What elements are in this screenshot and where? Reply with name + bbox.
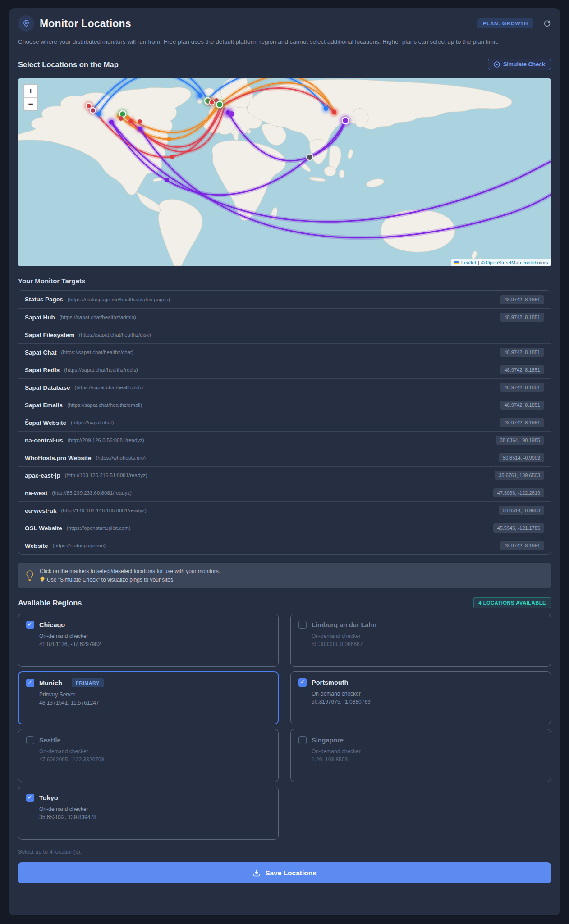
region-card-chicago[interactable]: Chicago On-demand checker 41.8781136, -8… [18,614,279,667]
checkbox-seattle[interactable] [26,736,34,744]
target-url: (http://209.126.0.56:8081/readyz) [68,437,496,443]
target-name: eu-west-uk [25,507,57,514]
target-coordinates-badge: 38.6364, -90.1985 [496,436,544,445]
region-type: On-demand checker [312,633,543,639]
zoom-in-button[interactable]: + [24,85,37,97]
checkbox-chicago[interactable] [26,621,34,629]
marker-crimson[interactable] [119,116,123,121]
region-card-munich[interactable]: Munich PRIMARY Primary Server 48.1371541… [18,671,279,724]
marker-purple[interactable] [109,120,114,124]
targets-heading: Your Monitor Targets [18,277,551,285]
table-row: Website(https://statuspage.me)48.9742, 8… [18,537,551,554]
marker-gray-singapore[interactable] [307,154,313,160]
target-coordinates-badge: 48.9742, 8.1851 [500,313,544,322]
region-coordinates: 1.29, 103.8503 [312,756,543,763]
region-coordinates: 35.652832, 139.839478 [39,814,271,820]
target-name: Status Pages [25,296,63,303]
region-coordinates: 41.8781136, -87.6297982 [39,641,271,647]
simulate-check-button[interactable]: Simulate Check [488,59,551,70]
marker-blue[interactable] [96,112,101,116]
region-name: Seattle [39,737,61,744]
attribution-separator: | [478,260,479,265]
table-row: na-west(http://85.239.233.60:8081/readyz… [18,484,551,501]
marker-purple[interactable] [138,127,142,131]
monitor-locations-panel: Monitor Locations PLAN: GROWTH Choose wh… [9,8,560,915]
target-url: (https://statuspage.me) [53,543,500,548]
marker-orange[interactable] [167,137,171,141]
region-card-singapore[interactable]: Singapore On-demand checker 1.29, 103.85… [290,729,551,782]
target-name: Sapat Emails [25,402,63,409]
target-url: (https://sapat.chat/healthz/redis) [64,367,500,373]
target-coordinates-badge: 48.9742, 8.1851 [500,418,544,427]
save-locations-button[interactable]: Save Locations [18,862,551,883]
checkbox-singapore[interactable] [298,736,307,744]
world-map[interactable]: + − Leaflet | © OpenStreetMap contributo… [18,78,551,266]
table-row: Status Pages(https://statuspage.me/healt… [18,291,551,308]
zoom-out-button[interactable]: − [24,97,37,110]
leaflet-link[interactable]: Leaflet [461,260,476,265]
target-coordinates-badge: 50.8514, -0.9903 [499,453,544,462]
simulate-check-label: Simulate Check [503,61,545,68]
target-url: (https://sapat.chat/healthz/chat) [61,350,500,355]
region-type: On-demand checker [39,806,271,812]
marker-blue[interactable] [324,106,328,111]
marker-purple[interactable] [165,178,169,182]
target-url: (https://sapat.chat/healthz/disk) [79,332,544,337]
marker-purple-tokyo[interactable] [342,118,349,124]
marker-crimson[interactable] [90,108,96,113]
tip-box: Click on the markers to select/deselect … [18,563,551,588]
save-icon [252,869,261,877]
map-zoom-control: + − [23,84,38,111]
region-type: Primary Server [39,692,271,698]
region-name: Portsmouth [312,679,348,686]
tip-line-2: Use "Simulate Check" to visualize pings … [47,577,174,583]
region-card-portsmouth[interactable]: Portsmouth On-demand checker 50.8197675,… [290,671,551,724]
target-url: (http://149.102.146.185:8081/readyz) [61,508,499,513]
plan-badge: PLAN: GROWTH [477,18,533,28]
checkbox-tokyo[interactable] [26,794,34,802]
target-coordinates-badge: 45.5945, -121.1786 [493,523,544,533]
target-url: (https://sapat.chat/healthz/admin) [60,314,500,320]
table-row: Sapat Emails(https://sapat.chat/healthz/… [18,396,551,414]
marker-red[interactable] [210,100,215,105]
table-row: Šapat Website(https://sapat.chat)48.9742… [18,414,551,431]
target-coordinates-badge: 48.9742, 8.1851 [500,348,544,357]
target-coordinates-badge: 47.3066, -122.2619 [493,488,544,497]
marker-red[interactable] [138,119,142,124]
target-name: WhoHosts.pro Website [25,455,92,461]
target-coordinates-badge: 48.9742, 8.1851 [500,365,544,374]
region-type: On-demand checker [39,748,271,755]
openstreetmap-link[interactable]: © OpenStreetMap contributors [481,260,548,265]
region-name: Singapore [312,737,344,744]
region-card-seattle[interactable]: Seattle On-demand checker 47.6062095, -1… [18,729,279,782]
target-url: (https://openstartuplist.com) [67,525,493,531]
table-row: Sapat Redis(https://sapat.chat/healthz/r… [18,361,551,378]
marker-purple[interactable] [229,111,234,117]
target-url: (https://statuspage.me/healthz/status-pa… [68,297,500,302]
target-name: Sapat Hub [25,314,55,321]
marker-green-munich[interactable] [216,101,223,108]
region-name: Tokyo [39,794,58,801]
marker-red[interactable] [128,119,133,123]
region-coordinates: 50.8197675, -1.0880769 [312,699,543,705]
target-name: Sapat Filesystem [25,332,74,338]
target-url: (https://sapat.chat/healthz/db) [75,385,500,390]
target-name: Sapat Chat [25,349,57,356]
marker-red[interactable] [332,110,336,114]
marker-blue[interactable] [198,93,202,98]
table-row: na-central-us(http://209.126.0.56:8081/r… [18,431,551,449]
marker-green-chicago[interactable] [119,111,126,117]
map-section-title: Select Locations on the Map [18,60,119,69]
target-url: (http://103.125.216.51:8081/readyz) [65,473,495,478]
checkbox-portsmouth[interactable] [298,678,307,687]
refresh-icon[interactable] [543,20,551,27]
region-card-limburg[interactable]: Limburg an der Lahn On-demand checker 50… [290,614,551,667]
region-name: Munich [39,679,62,687]
target-name: Šapat Website [25,419,66,426]
checkbox-limburg[interactable] [298,621,307,629]
table-row: eu-west-uk(http://149.102.146.185:8081/r… [18,501,551,519]
table-row: Sapat Database(https://sapat.chat/health… [18,378,551,396]
marker-red[interactable] [170,155,174,159]
region-card-tokyo[interactable]: Tokyo On-demand checker 35.652832, 139.8… [18,787,279,840]
checkbox-munich[interactable] [26,679,34,687]
